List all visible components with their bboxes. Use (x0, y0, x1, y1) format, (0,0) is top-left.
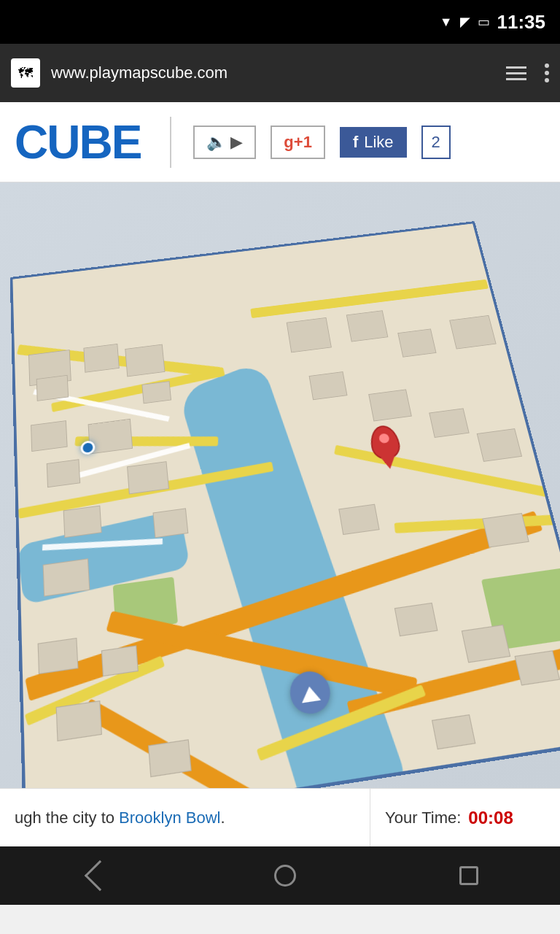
map-container[interactable] (0, 182, 560, 788)
map-cube (10, 221, 560, 788)
sound-icon: 🔈 (206, 133, 226, 152)
sound-arrow: ▶ (230, 133, 243, 152)
home-icon (274, 865, 296, 887)
signal-icon: ◤ (460, 14, 470, 30)
browser-url[interactable]: www.playmapscube.com (51, 63, 495, 82)
timer-label: Your Time: (385, 808, 461, 827)
share-count: 2 (432, 133, 440, 151)
bottom-bar: ugh the city to Brooklyn Bowl. Your Time… (0, 788, 560, 846)
building-12 (43, 558, 90, 596)
building-15 (56, 700, 102, 741)
cube-logo: CUBE (15, 115, 141, 169)
back-icon (85, 860, 115, 891)
timer-value: 00:08 (468, 808, 513, 828)
status-bar: ▼ ◤ ▭ 11:35 (0, 0, 560, 44)
android-nav-bar (0, 846, 560, 905)
building-10 (63, 506, 102, 539)
building-28 (462, 625, 511, 663)
map-surface (10, 221, 560, 788)
building-17 (287, 317, 332, 352)
building-2 (83, 344, 119, 373)
status-icons: ▼ ◤ ▭ 11:35 (440, 11, 545, 34)
destination-text: Brooklyn Bowl (119, 808, 220, 827)
gplus-label: g+1 (284, 133, 312, 152)
wifi-icon: ▼ (440, 15, 453, 30)
sound-button[interactable]: 🔈 ▶ (193, 126, 256, 159)
building-23 (429, 408, 469, 438)
header-divider (170, 117, 171, 168)
time-display: 11:35 (497, 11, 546, 34)
browser-favicon: 🗺 (11, 58, 40, 88)
building-5 (141, 381, 171, 404)
building-9 (127, 461, 169, 494)
building-4 (125, 344, 165, 377)
building-29 (515, 650, 560, 685)
facebook-icon: f (353, 133, 358, 152)
map-3d-wrapper (0, 182, 560, 788)
bottom-text-section: ugh the city to Brooklyn Bowl. (0, 789, 370, 846)
bottom-text: ugh the city to Brooklyn Bowl. (15, 808, 225, 827)
building-11 (152, 508, 188, 538)
building-13 (38, 638, 79, 674)
building-8 (47, 459, 80, 487)
building-24 (477, 428, 522, 462)
building-27 (394, 603, 438, 636)
building-25 (338, 504, 379, 535)
share-count-button[interactable]: 2 (421, 126, 451, 159)
nav-home-button[interactable] (274, 865, 296, 887)
nav-recents-button[interactable] (459, 866, 478, 885)
browser-menu-button[interactable] (506, 66, 526, 80)
building-14 (101, 645, 139, 676)
building-20 (449, 315, 497, 350)
favicon-icon: 🗺 (18, 65, 33, 82)
nav-back-button[interactable] (82, 865, 111, 887)
building-19 (397, 328, 436, 357)
building-26 (482, 513, 529, 548)
building-30 (432, 714, 475, 749)
gplus-button[interactable]: g+1 (271, 126, 325, 159)
facebook-like-label: Like (364, 133, 393, 152)
building-3 (36, 375, 69, 401)
building-22 (368, 389, 412, 421)
nav-arrow-icon (300, 685, 321, 703)
browser-bar: 🗺 www.playmapscube.com (0, 44, 560, 102)
recents-icon (459, 866, 478, 885)
bottom-text-prefix: ugh the city to (15, 808, 119, 827)
facebook-like-button[interactable]: f Like (340, 127, 407, 158)
battery-icon: ▭ (478, 14, 490, 30)
bottom-text-suffix: . (220, 808, 225, 827)
browser-more-button[interactable] (545, 63, 549, 82)
building-16 (148, 739, 192, 777)
building-18 (346, 310, 389, 341)
building-6 (31, 420, 68, 452)
pin-highlight (378, 433, 390, 444)
bottom-timer-section: Your Time: 00:08 (370, 808, 560, 828)
building-21 (309, 371, 348, 400)
app-header: CUBE 🔈 ▶ g+1 f Like 2 (0, 102, 560, 182)
